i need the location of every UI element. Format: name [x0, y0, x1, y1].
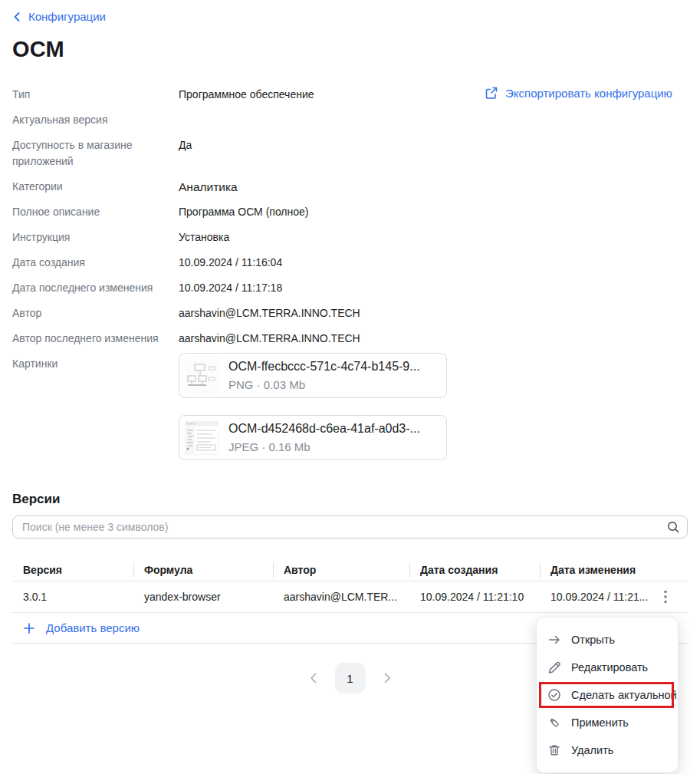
detail-row: Тип Программное обеспечение	[12, 87, 688, 103]
detail-label: Картинки	[12, 356, 179, 460]
detail-row: Инструкция Установка	[12, 229, 688, 245]
row-actions-kebab-button[interactable]	[662, 588, 669, 606]
column-header: Дата изменения	[540, 562, 688, 578]
column-header: Дата создания	[409, 562, 540, 578]
detail-row: Автор последнего изменения aarshavin@LCM…	[12, 331, 688, 347]
menu-item[interactable]: Удалить	[537, 736, 678, 764]
detail-label: Автор	[12, 305, 179, 321]
table-cell: aarshavin@LCM.TER...	[273, 591, 409, 603]
check-circle-icon	[547, 688, 561, 702]
table-cell: 10.09.2024 / 11:21:10	[409, 591, 540, 603]
versions-search	[12, 515, 688, 539]
configuration-details: Тип Программное обеспечение Актуальная в…	[12, 87, 688, 469]
row-actions-context-menu: Открыть Редактировать Сделать актуальной…	[537, 618, 678, 772]
detail-value: Да	[179, 137, 192, 170]
menu-item-label: Применить	[571, 716, 629, 729]
search-input[interactable]	[12, 515, 688, 539]
detail-row: Актуальная версия	[12, 112, 688, 128]
detail-label: Тип	[12, 87, 179, 103]
image-file-meta: JPEG · 0.16 Mb	[228, 439, 420, 455]
detail-row: Дата создания 10.09.2024 / 11:16:04	[12, 255, 688, 271]
table-header-row: ВерсияФормулаАвторДата созданияДата изме…	[12, 558, 688, 581]
search-icon	[666, 520, 680, 534]
menu-item-label: Удалить	[571, 744, 613, 756]
detail-label: Категории	[12, 179, 179, 195]
detail-rows: Тип Программное обеспечение Актуальная в…	[12, 87, 688, 347]
menu-item-label: Сделать актуальной	[571, 689, 677, 701]
detail-row: Категории Аналитика	[12, 179, 688, 195]
image-file-card[interactable]: OCM-d452468d-c6ea-41af-a0d3-... JPEG · 0…	[179, 415, 447, 460]
table-row[interactable]: 3.0.1yandex-browseraarshavin@LCM.TER...1…	[12, 581, 688, 613]
detail-label: Актуальная версия	[12, 112, 179, 128]
menu-item[interactable]: Сделать актуальной	[537, 681, 678, 709]
plus-icon	[23, 622, 35, 634]
detail-label: Полное описание	[12, 204, 179, 220]
image-thumbnail	[185, 421, 219, 455]
detail-label: Дата последнего изменения	[12, 280, 179, 296]
column-header: Автор	[273, 562, 409, 578]
pagination-next-button[interactable]	[377, 668, 397, 688]
page-title: ОСМ	[12, 37, 64, 62]
column-header: Формула	[133, 562, 273, 578]
detail-value: 10.09.2024 / 11:16:04	[179, 255, 282, 271]
trash-icon	[547, 743, 561, 757]
kebab-icon	[664, 590, 667, 604]
detail-row: Дата последнего изменения 10.09.2024 / 1…	[12, 280, 688, 296]
pagination-page-1[interactable]: 1	[335, 663, 366, 693]
detail-label: Автор последнего изменения	[12, 331, 179, 347]
menu-item[interactable]: Открыть	[537, 626, 678, 654]
image-file-card[interactable]: OCM-ffecbccc-571c-4c74-b145-9... PNG · 0…	[179, 353, 447, 398]
usb-drive-icon	[547, 716, 561, 730]
detail-value: Аналитика	[179, 179, 238, 195]
detail-row-images: Картинки OCM-ffecbccc-571c-4c74-b145-9..…	[12, 356, 688, 460]
chevron-left-icon	[12, 12, 21, 22]
detail-label: Инструкция	[12, 229, 179, 245]
detail-value: aarshavin@LCM.TERRA.INNO.TECH	[179, 305, 360, 321]
versions-section-title: Версии	[12, 492, 60, 507]
breadcrumb-back-link[interactable]: Конфигурации	[12, 10, 106, 23]
detail-label: Доступность в магазине приложений	[12, 137, 179, 170]
pencil-icon	[547, 660, 561, 674]
table-cell: yandex-browser	[133, 591, 273, 603]
pagination-prev-button[interactable]	[304, 668, 324, 688]
image-file-name: OCM-d452468d-c6ea-41af-a0d3-...	[228, 420, 420, 436]
menu-item-label: Редактировать	[571, 661, 648, 674]
image-file-name: OCM-ffecbccc-571c-4c74-b145-9...	[228, 358, 420, 374]
table-cell: 3.0.1	[12, 591, 133, 603]
detail-row: Полное описание Программа ОСМ (полное)	[12, 204, 688, 220]
detail-label: Дата создания	[12, 255, 179, 271]
detail-value: Установка	[179, 229, 229, 245]
add-version-label: Добавить версию	[46, 621, 140, 634]
chevron-left-icon	[305, 670, 322, 687]
menu-item-label: Открыть	[571, 634, 615, 646]
image-file-meta: PNG · 0.03 Mb	[228, 377, 420, 393]
back-link-label: Конфигурации	[28, 10, 106, 23]
detail-row: Доступность в магазине приложений Да	[12, 137, 688, 170]
column-header: Версия	[12, 562, 133, 578]
image-card-list: OCM-ffecbccc-571c-4c74-b145-9... PNG · 0…	[179, 353, 447, 460]
detail-row: Автор aarshavin@LCM.TERRA.INNO.TECH	[12, 305, 688, 321]
detail-value: 10.09.2024 / 11:17:18	[179, 280, 282, 296]
chevron-right-icon	[379, 670, 396, 687]
menu-item[interactable]: Применить	[537, 709, 678, 736]
image-thumbnail	[185, 359, 219, 393]
arrow-right-icon	[547, 633, 561, 647]
detail-value: Программное обеспечение	[179, 87, 314, 103]
menu-item[interactable]: Редактировать	[537, 654, 678, 681]
detail-value: Программа ОСМ (полное)	[179, 204, 309, 220]
detail-value: aarshavin@LCM.TERRA.INNO.TECH	[179, 331, 360, 347]
